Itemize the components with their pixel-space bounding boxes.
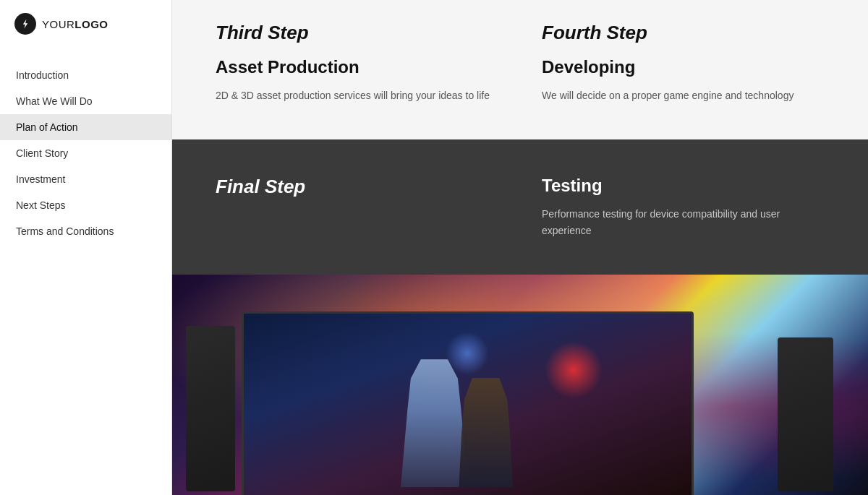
monitor [242, 311, 694, 495]
middle-steps-grid: Final Step Testing Performance testing f… [216, 176, 825, 238]
sidebar-item-plan-of-action[interactable]: Plan of Action [0, 114, 171, 140]
sidebar-item-investment[interactable]: Investment [0, 166, 171, 192]
fourth-step-block: Fourth Step Developing We will decide on… [542, 22, 825, 103]
logo-area: YOURLOGO [0, 0, 171, 48]
middle-steps-section: Final Step Testing Performance testing f… [172, 139, 868, 275]
nav-menu: Introduction What We Will Do Plan of Act… [0, 48, 171, 259]
fourth-step-description: We will decide on a proper game engine a… [542, 87, 825, 103]
lightning-icon [20, 18, 31, 30]
top-steps-grid: Third Step Asset Production 2D & 3D asse… [216, 22, 825, 103]
character-male [459, 378, 512, 488]
fourth-step-title: Developing [542, 57, 825, 77]
sidebar-item-terms-and-conditions[interactable]: Terms and Conditions [0, 218, 171, 244]
testing-step-block: Testing Performance testing for device c… [542, 176, 825, 238]
final-step-block: Final Step [216, 176, 498, 238]
logo-icon [14, 13, 36, 35]
speaker-left [186, 326, 234, 491]
sidebar-item-next-steps[interactable]: Next Steps [0, 192, 171, 218]
glow-blue [446, 332, 489, 375]
sidebar-item-introduction[interactable]: Introduction [0, 62, 171, 88]
third-step-block: Third Step Asset Production 2D & 3D asse… [216, 22, 498, 103]
top-steps-section: Third Step Asset Production 2D & 3D asse… [172, 0, 868, 139]
testing-step-description: Performance testing for device compatibi… [542, 206, 825, 238]
third-step-title: Asset Production [216, 57, 498, 77]
sidebar-item-what-we-will-do[interactable]: What We Will Do [0, 88, 171, 114]
bottom-image-section [172, 275, 868, 495]
character-female [401, 359, 468, 487]
third-step-number: Third Step [216, 22, 498, 44]
anime-background [172, 275, 868, 495]
glow-red [545, 341, 603, 399]
third-step-description: 2D & 3D asset production services will b… [216, 87, 498, 103]
sidebar: YOURLOGO Introduction What We Will Do Pl… [0, 0, 172, 495]
main-content: Third Step Asset Production 2D & 3D asse… [172, 0, 868, 495]
logo-text: YOURLOGO [42, 18, 109, 30]
fourth-step-number: Fourth Step [542, 22, 825, 44]
svg-marker-0 [23, 20, 27, 29]
sidebar-item-client-story[interactable]: Client Story [0, 140, 171, 166]
speaker-right [778, 337, 833, 491]
final-step-number: Final Step [216, 176, 498, 198]
testing-step-title: Testing [542, 176, 825, 196]
